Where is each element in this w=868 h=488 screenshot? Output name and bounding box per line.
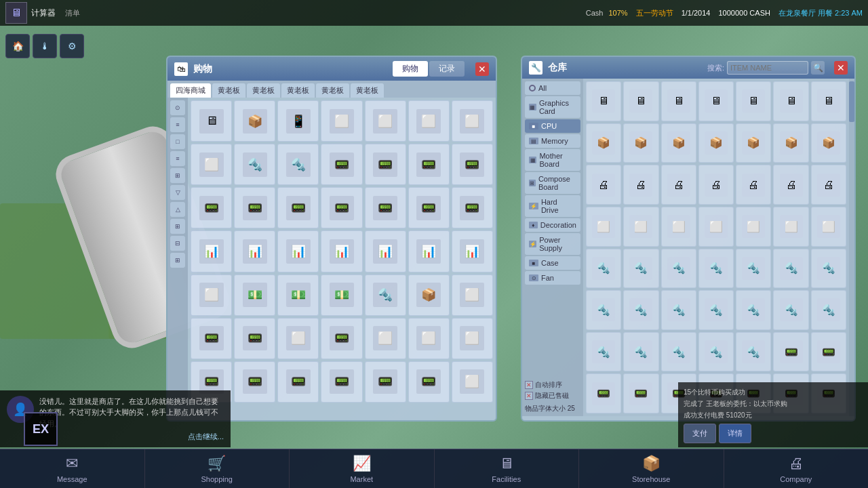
shop-item[interactable]: ⬜: [408, 318, 450, 359]
sidebar-icon-2[interactable]: ≡: [170, 117, 185, 132]
warehouse-item[interactable]: 🔩: [811, 290, 846, 330]
shop-item[interactable]: 💵: [321, 274, 362, 316]
tab-record[interactable]: 记录: [429, 61, 465, 77]
warehouse-item[interactable]: 📦: [811, 123, 846, 163]
taskbar-message[interactable]: ✉ Message: [0, 449, 145, 488]
sidebar-icon-1[interactable]: ⊙: [170, 100, 185, 115]
shop-item[interactable]: ⬜: [408, 100, 450, 142]
warehouse-item[interactable]: 📦: [661, 123, 696, 163]
taskbar-company[interactable]: 🖨 Company: [724, 449, 869, 488]
filter-cpu[interactable]: ■ CPU: [525, 119, 580, 133]
warehouse-item[interactable]: 🖥: [811, 81, 846, 121]
shop-item[interactable]: 📟: [234, 318, 275, 359]
shop-item[interactable]: 📟: [277, 361, 319, 403]
warehouse-item[interactable]: 🖨: [623, 165, 658, 205]
sidebar-icon-9[interactable]: ⊟: [170, 236, 185, 251]
warehouse-item[interactable]: 📦: [773, 123, 808, 163]
shop-item[interactable]: 📊: [408, 230, 450, 272]
sidebar-icon-4[interactable]: ≡: [170, 151, 185, 166]
auto-sort-checkbox[interactable]: ✕: [525, 381, 533, 389]
shop-item[interactable]: ⬜: [191, 274, 232, 316]
shop-item[interactable]: 📦: [408, 274, 450, 316]
warehouse-item[interactable]: 🖥: [623, 81, 658, 121]
search-button[interactable]: 🔍: [811, 61, 825, 75]
shop-cat-1[interactable]: 黄老板: [212, 83, 245, 98]
pay-button[interactable]: 支付: [684, 424, 716, 443]
shop-item[interactable]: 📟: [408, 144, 450, 185]
shop-item[interactable]: 📟: [452, 144, 493, 185]
sidebar-icon-5[interactable]: ⊞: [170, 168, 185, 183]
sidebar-icon-6[interactable]: ▽: [170, 185, 185, 200]
shop-item[interactable]: ⬜: [321, 100, 362, 142]
warehouse-item[interactable]: 🔩: [661, 249, 696, 289]
shop-item[interactable]: 📟: [321, 361, 362, 403]
warehouse-item[interactable]: 🖨: [773, 165, 808, 205]
shop-item[interactable]: ⬜: [191, 144, 232, 185]
warehouse-item[interactable]: 📟: [586, 373, 621, 413]
warehouse-item[interactable]: 🔩: [586, 290, 621, 330]
warehouse-item[interactable]: 🖨: [586, 165, 621, 205]
warehouse-item[interactable]: 🔩: [698, 249, 734, 289]
filter-fan[interactable]: ⊙ Fan: [525, 271, 580, 285]
shop-item[interactable]: 📟: [321, 318, 362, 359]
warehouse-item[interactable]: 🖨: [736, 165, 771, 205]
warehouse-close-button[interactable]: ✕: [834, 61, 848, 75]
shop-item[interactable]: ⬜: [277, 318, 319, 359]
filter-compose[interactable]: ⊞ Compose Board: [525, 172, 580, 194]
shop-item[interactable]: 📟: [452, 187, 493, 228]
shop-item[interactable]: 📊: [452, 230, 493, 272]
shop-item[interactable]: 📊: [365, 230, 406, 272]
filter-decoration[interactable]: ♦ Decoration: [525, 218, 580, 232]
shop-item[interactable]: 📊: [191, 230, 232, 272]
warehouse-item[interactable]: 🖨: [811, 165, 846, 205]
warehouse-item[interactable]: 🔩: [736, 249, 771, 289]
shop-item[interactable]: 📟: [234, 361, 275, 403]
warehouse-item[interactable]: 🔩: [698, 290, 734, 330]
shop-cat-5[interactable]: 黄老板: [351, 83, 384, 98]
warehouse-scrollbar[interactable]: [849, 79, 854, 416]
filter-hdd[interactable]: ⚡ Hard Drive: [525, 195, 580, 217]
hide-sold-checkbox[interactable]: ✕: [525, 392, 533, 400]
filter-mobo[interactable]: ▦ Mother Board: [525, 149, 580, 171]
shop-item[interactable]: 📟: [408, 361, 450, 403]
taskbar-market[interactable]: 📈 Market: [290, 449, 435, 488]
shop-item[interactable]: 📦: [234, 100, 275, 142]
warehouse-item[interactable]: 🔩: [623, 332, 658, 372]
gear-tool-icon[interactable]: ⚙: [60, 34, 84, 58]
warehouse-item[interactable]: 🔩: [773, 249, 808, 289]
shop-item[interactable]: 📟: [408, 187, 450, 228]
warehouse-item[interactable]: 📟: [773, 332, 808, 372]
warehouse-item[interactable]: 🔩: [698, 332, 734, 372]
warehouse-item[interactable]: 📟: [811, 332, 846, 372]
shop-item[interactable]: 📱: [277, 100, 319, 142]
shop-item[interactable]: 📟: [191, 318, 232, 359]
warehouse-item[interactable]: 🔩: [623, 249, 658, 289]
warehouse-item[interactable]: ⬜: [773, 207, 808, 247]
shop-item[interactable]: 🔩: [277, 144, 319, 185]
warehouse-item[interactable]: 🔩: [773, 290, 808, 330]
warehouse-item[interactable]: 📦: [623, 123, 658, 163]
auto-sort-option[interactable]: ✕ 自动排序: [525, 380, 580, 390]
tab-buy[interactable]: 购物: [393, 61, 428, 77]
warehouse-item[interactable]: 🖥: [736, 81, 771, 121]
shop-item[interactable]: 📟: [365, 144, 406, 185]
shop-item[interactable]: 🔩: [365, 274, 406, 316]
warehouse-item[interactable]: 🖥: [773, 81, 808, 121]
shop-item[interactable]: 📟: [277, 187, 319, 228]
filter-all[interactable]: All: [525, 81, 580, 95]
shop-cat-2[interactable]: 黄老板: [247, 83, 280, 98]
sidebar-icon-10[interactable]: ⊞: [170, 253, 185, 268]
warehouse-item[interactable]: ⬜: [661, 207, 696, 247]
warehouse-item[interactable]: 🖥: [661, 81, 696, 121]
sidebar-icon-8[interactable]: ⊞: [170, 219, 185, 234]
shop-item[interactable]: ⬜: [452, 318, 493, 359]
warehouse-item[interactable]: 🖨: [661, 165, 696, 205]
shop-close-button[interactable]: ✕: [475, 62, 489, 76]
shop-item[interactable]: 📟: [365, 187, 406, 228]
shop-item[interactable]: 📟: [321, 187, 362, 228]
warehouse-item[interactable]: 🔩: [661, 332, 696, 372]
shop-item[interactable]: 📟: [365, 361, 406, 403]
shop-item[interactable]: ⬜: [452, 361, 493, 403]
warehouse-item[interactable]: 🖥: [586, 81, 621, 121]
warehouse-item[interactable]: 🖨: [698, 165, 734, 205]
